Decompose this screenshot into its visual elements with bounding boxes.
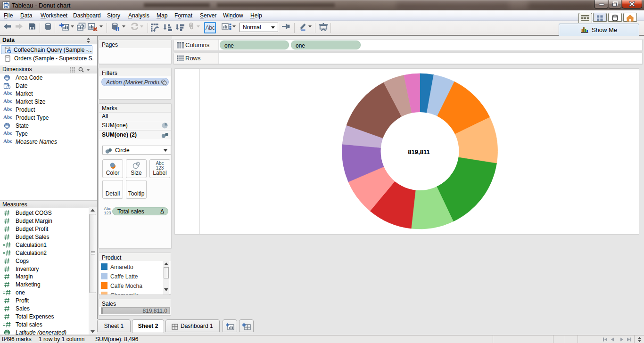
svg-text:819,811: 819,811 [408, 148, 429, 155]
